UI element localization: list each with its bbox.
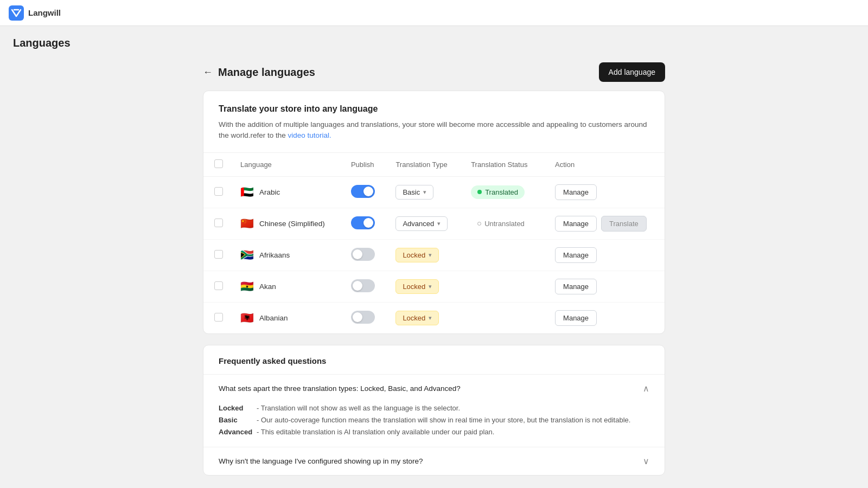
row-checkbox-chinese-simplified[interactable] xyxy=(214,219,223,227)
type-badge-chinese-simplified[interactable]: Advanced▾ xyxy=(395,216,448,231)
manage-button-chinese-simplified[interactable]: Manage xyxy=(555,216,597,232)
select-all-checkbox[interactable] xyxy=(214,159,223,168)
header-translation-type: Translation Type xyxy=(387,153,462,177)
flag-afrikaans: 🇿🇦 xyxy=(240,249,254,260)
action-cell: ManageTranslate xyxy=(555,216,656,232)
table-row: 🇬🇭AkanLocked▾Manage xyxy=(203,271,665,302)
intro-text: With the addition of multiple languages … xyxy=(219,119,649,142)
back-arrow-icon: ← xyxy=(203,67,213,78)
table-row: 🇨🇳Chinese (Simplified)Advanced▾Untransla… xyxy=(203,208,665,239)
flag-chinese-simplified: 🇨🇳 xyxy=(240,218,254,229)
type-badge-afrikaans[interactable]: Locked▾ xyxy=(395,248,439,262)
manage-header: ← Manage languages Add language xyxy=(203,62,665,82)
row-checkbox-arabic[interactable] xyxy=(214,187,223,196)
chevron-down-icon: ▾ xyxy=(429,314,432,322)
lang-cell: 🇿🇦Afrikaans xyxy=(240,249,334,260)
publish-toggle-afrikaans[interactable] xyxy=(351,248,375,261)
languages-table: Language Publish Translation Type Transl… xyxy=(203,153,665,333)
lang-cell: 🇦🇱Albanian xyxy=(240,312,334,323)
table-row: 🇦🇱AlbanianLocked▾Manage xyxy=(203,302,665,333)
lang-name-arabic: Arabic xyxy=(259,188,280,196)
chevron-down-icon: ▾ xyxy=(429,283,432,290)
languages-card: Translate your store into any language W… xyxy=(203,91,665,334)
publish-toggle-arabic[interactable] xyxy=(351,185,375,198)
page-title-bar: Languages xyxy=(0,26,868,56)
publish-toggle-akan[interactable] xyxy=(351,279,375,292)
faq-list: What sets apart the three translation ty… xyxy=(203,375,665,475)
manage-button-albanian[interactable]: Manage xyxy=(555,310,597,326)
publish-toggle-albanian[interactable] xyxy=(351,311,375,324)
type-badge-albanian[interactable]: Locked▾ xyxy=(395,311,439,325)
header-translation-status: Translation Status xyxy=(462,153,546,177)
faq-card: Frequently asked questions What sets apa… xyxy=(203,345,665,476)
chevron-down-icon: ▾ xyxy=(437,220,441,227)
type-badge-akan[interactable]: Locked▾ xyxy=(395,279,439,294)
lang-name-akan: Akan xyxy=(259,282,276,291)
row-checkbox-akan[interactable] xyxy=(214,281,223,290)
manage-button-arabic[interactable]: Manage xyxy=(555,184,597,200)
top-bar: Langwill xyxy=(0,0,868,26)
faq-item-faq-1: What sets apart the three translation ty… xyxy=(203,375,665,447)
app-name: Langwill xyxy=(28,8,61,17)
faq-question-faq-2[interactable]: Why isn't the language I've configured s… xyxy=(203,447,665,475)
lang-name-albanian: Albanian xyxy=(259,314,288,322)
table-row: 🇦🇪ArabicBasic▾TranslatedManage xyxy=(203,176,665,208)
flag-albanian: 🇦🇱 xyxy=(240,312,254,323)
header-action: Action xyxy=(546,153,665,177)
faq-question-faq-1[interactable]: What sets apart the three translation ty… xyxy=(203,375,665,402)
action-cell: Manage xyxy=(555,310,656,326)
lang-cell: 🇦🇪Arabic xyxy=(240,187,334,197)
svg-rect-0 xyxy=(9,5,24,21)
intro-link[interactable]: video tutorial. xyxy=(288,131,331,139)
flag-akan: 🇬🇭 xyxy=(240,281,254,292)
lang-cell: 🇬🇭Akan xyxy=(240,281,334,292)
lang-name-chinese-simplified: Chinese (Simplified) xyxy=(259,220,325,228)
logo-icon xyxy=(9,5,24,21)
faq-item-faq-2: Why isn't the language I've configured s… xyxy=(203,447,665,475)
manage-button-akan[interactable]: Manage xyxy=(555,279,597,294)
chevron-down-icon: ∨ xyxy=(643,456,649,466)
translate-button-chinese-simplified[interactable]: Translate xyxy=(601,216,647,232)
lang-name-afrikaans: Afrikaans xyxy=(259,251,290,259)
status-dot xyxy=(477,222,481,226)
status-badge-arabic: Translated xyxy=(471,185,525,199)
chevron-up-icon: ∧ xyxy=(643,383,649,394)
row-checkbox-afrikaans[interactable] xyxy=(214,250,223,259)
chevron-down-icon: ▾ xyxy=(429,252,432,259)
back-nav[interactable]: ← Manage languages xyxy=(203,66,315,79)
action-cell: Manage xyxy=(555,184,656,200)
header-language: Language xyxy=(232,153,342,177)
row-checkbox-albanian[interactable] xyxy=(214,313,223,322)
table-row: 🇿🇦AfrikaansLocked▾Manage xyxy=(203,239,665,271)
type-badge-arabic[interactable]: Basic▾ xyxy=(395,185,433,200)
status-dot xyxy=(477,190,482,194)
intro-title: Translate your store into any language xyxy=(219,104,649,114)
page-title: Languages xyxy=(13,37,855,49)
app-logo: Langwill xyxy=(9,5,61,21)
card-intro: Translate your store into any language W… xyxy=(203,91,665,153)
header-publish: Publish xyxy=(342,153,387,177)
action-cell: Manage xyxy=(555,247,656,263)
publish-toggle-chinese-simplified[interactable] xyxy=(351,216,375,229)
add-language-button[interactable]: Add language xyxy=(599,62,665,82)
manage-title: Manage languages xyxy=(218,66,315,79)
lang-cell: 🇨🇳Chinese (Simplified) xyxy=(240,218,334,229)
manage-button-afrikaans[interactable]: Manage xyxy=(555,247,597,263)
faq-answer-faq-1: Locked - Translation will not show as we… xyxy=(203,402,665,447)
action-cell: Manage xyxy=(555,279,656,294)
header-checkbox-cell xyxy=(203,153,232,177)
chevron-down-icon: ▾ xyxy=(423,189,426,196)
faq-title: Frequently asked questions xyxy=(203,345,665,375)
flag-arabic: 🇦🇪 xyxy=(240,187,254,197)
status-badge-chinese-simplified: Untranslated xyxy=(471,217,531,230)
